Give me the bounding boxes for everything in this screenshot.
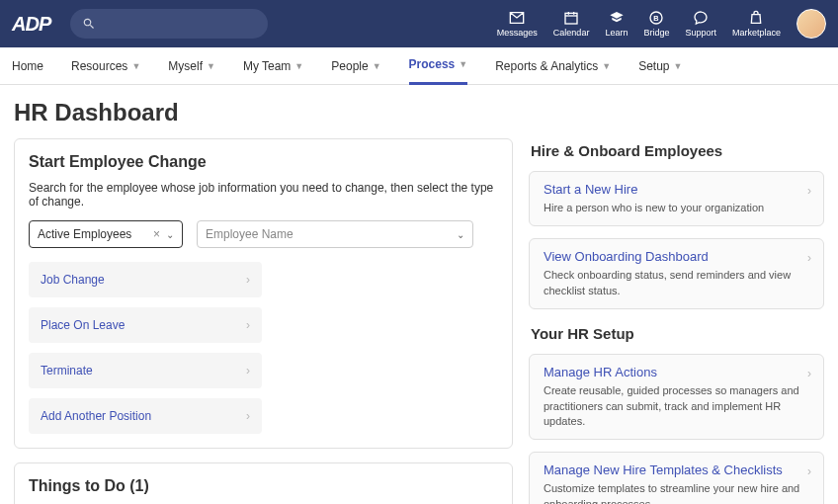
start-new-hire-card[interactable]: Start a New Hire Hire a person who is ne… [529, 171, 824, 226]
nav-myself[interactable]: Myself▼ [168, 47, 215, 85]
nav-calendar-label: Calendar [553, 28, 590, 38]
grad-icon [609, 10, 625, 26]
bag-icon [748, 10, 764, 26]
things-to-do-card: Things to Do (1) Effective Date Name Typ… [14, 462, 513, 504]
employee-filter-select[interactable]: Active Employees × ⌄ [29, 220, 183, 248]
nav-bridge-label: Bridge [643, 28, 669, 38]
chevron-down-icon: ▼ [294, 61, 303, 71]
start-employee-change-card: Start Employee Change Search for the emp… [14, 138, 513, 449]
chevron-down-icon: ▼ [602, 61, 611, 71]
nav-messages-label: Messages [497, 28, 538, 38]
link-title: Manage HR Actions [544, 365, 809, 379]
filter-value: Active Employees [38, 227, 131, 241]
chevron-down-icon: ⌄ [457, 229, 464, 240]
chevron-right-icon: › [246, 364, 250, 378]
page-title: HR Dashboard [14, 99, 824, 126]
chevron-down-icon: ▼ [373, 61, 381, 71]
nav-people[interactable]: People▼ [331, 47, 380, 85]
chevron-down-icon: ▼ [674, 61, 683, 71]
card-title: Start Employee Change [29, 153, 498, 171]
chevron-down-icon: ▼ [459, 59, 467, 69]
nav-reports[interactable]: Reports & Analytics▼ [495, 47, 611, 85]
link-desc: Check onboarding status, send reminders … [544, 268, 809, 298]
place-on-leave-button[interactable]: Place On Leave› [29, 307, 262, 343]
nav-setup[interactable]: Setup▼ [638, 47, 682, 85]
chat-icon [693, 10, 709, 26]
link-title: Start a New Hire [544, 182, 809, 197]
navbar: Home Resources▼ Myself▼ My Team▼ People▼… [0, 47, 838, 85]
link-title: View Onboarding Dashboard [544, 249, 809, 264]
svg-rect-0 [565, 13, 577, 24]
bridge-icon: B [648, 10, 664, 26]
nav-marketplace-label: Marketplace [732, 28, 781, 38]
adp-logo: ADP [12, 13, 50, 36]
nav-resources[interactable]: Resources▼ [71, 47, 140, 85]
nav-bridge[interactable]: B Bridge [643, 10, 669, 38]
top-right: Messages Calendar Learn B Bridge Support… [497, 9, 826, 39]
hire-section-title: Hire & Onboard Employees [531, 142, 824, 159]
manage-hr-actions-card[interactable]: Manage HR Actions Create reusable, guide… [529, 354, 824, 440]
job-change-button[interactable]: Job Change› [29, 262, 262, 297]
svg-text:B: B [654, 14, 659, 23]
nav-learn[interactable]: Learn [605, 10, 628, 38]
card-title: Things to Do (1) [29, 477, 498, 495]
search-input[interactable] [70, 9, 268, 39]
chevron-right-icon: › [807, 184, 811, 198]
manage-templates-card[interactable]: Manage New Hire Templates & Checklists C… [529, 452, 824, 504]
view-onboarding-card[interactable]: View Onboarding Dashboard Check onboardi… [529, 238, 824, 309]
chevron-right-icon: › [807, 367, 811, 380]
nav-process[interactable]: Process▼ [409, 47, 468, 85]
topbar: ADP Messages Calendar Learn B Bridge Sup… [0, 0, 838, 47]
chevron-right-icon: › [807, 464, 811, 478]
chevron-down-icon: ▼ [131, 61, 140, 71]
link-desc: Hire a person who is new to your organiz… [544, 201, 809, 215]
placeholder: Employee Name [206, 227, 293, 241]
employee-name-select[interactable]: Employee Name ⌄ [197, 220, 473, 248]
setup-section-title: Your HR Setup [531, 325, 824, 342]
chevron-down-icon: ⌄ [166, 229, 174, 240]
avatar[interactable] [796, 9, 826, 39]
nav-support[interactable]: Support [685, 10, 716, 38]
chevron-right-icon: › [246, 409, 250, 423]
nav-messages[interactable]: Messages [497, 10, 538, 38]
terminate-button[interactable]: Terminate› [29, 353, 262, 388]
add-position-button[interactable]: Add Another Position› [29, 398, 262, 434]
nav-home[interactable]: Home [12, 47, 43, 85]
chevron-right-icon: › [246, 318, 250, 332]
link-desc: Customize templates to streamline your n… [544, 481, 809, 504]
nav-marketplace[interactable]: Marketplace [732, 10, 781, 38]
search-icon [82, 17, 96, 31]
chevron-right-icon: › [246, 273, 250, 287]
clear-filter-icon[interactable]: × [153, 227, 166, 241]
chevron-right-icon: › [807, 251, 811, 265]
nav-learn-label: Learn [605, 28, 628, 38]
link-desc: Create reusable, guided processes so man… [544, 383, 809, 429]
calendar-icon [563, 10, 579, 26]
chevron-down-icon: ▼ [207, 61, 215, 71]
help-text: Search for the employee whose job inform… [29, 181, 498, 209]
nav-calendar[interactable]: Calendar [553, 10, 590, 38]
link-title: Manage New Hire Templates & Checklists [544, 462, 809, 477]
nav-support-label: Support [685, 28, 716, 38]
mail-icon [509, 10, 525, 26]
nav-myteam[interactable]: My Team▼ [243, 47, 303, 85]
